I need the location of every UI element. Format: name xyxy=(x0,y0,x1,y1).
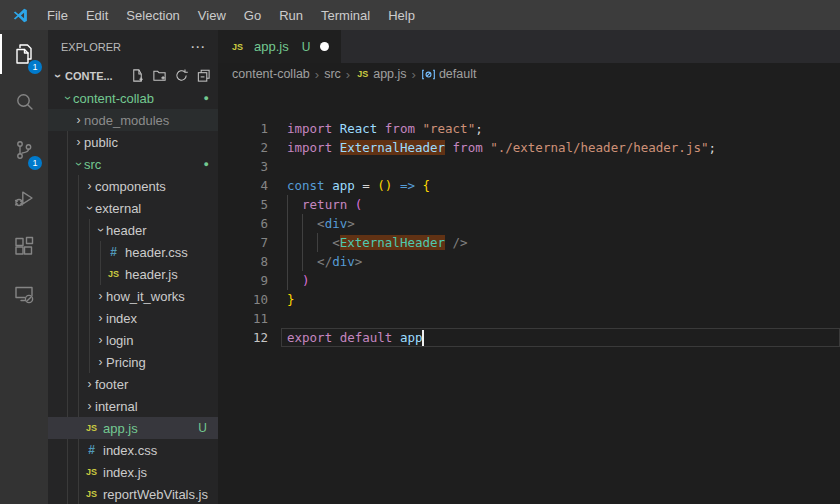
code-token: ; xyxy=(708,140,716,155)
extensions-icon xyxy=(12,234,36,258)
code-token: => xyxy=(400,178,423,193)
code-line-9[interactable]: 9 ) xyxy=(218,271,840,290)
code-token xyxy=(287,254,317,269)
line-number[interactable]: 4 xyxy=(218,176,268,195)
tree-item-index.js[interactable]: JSindex.js xyxy=(48,461,218,483)
code-token xyxy=(287,197,302,212)
tree-item-external[interactable]: ›external xyxy=(48,197,218,219)
line-number[interactable]: 8 xyxy=(218,252,268,271)
activity-explorer-button[interactable]: 1 xyxy=(0,30,48,78)
chevron-right-icon: › xyxy=(95,333,106,347)
code-line-8[interactable]: 8 </div> xyxy=(218,252,840,271)
tree-item-content-collab[interactable]: ›content-collab● xyxy=(48,87,218,109)
code-line-7[interactable]: 7 <ExternalHeader /> xyxy=(218,233,840,252)
code-line-1[interactable]: 1import React from "react"; xyxy=(218,119,840,138)
menu-item-terminal[interactable]: Terminal xyxy=(312,0,379,30)
activity-remote-explorer-button[interactable] xyxy=(0,270,48,318)
menu-item-go[interactable]: Go xyxy=(235,0,270,30)
tree-item-header.js[interactable]: JSheader.js xyxy=(48,263,218,285)
code-editor[interactable]: 1import React from "react";2import Exter… xyxy=(218,30,840,504)
tree-item-login[interactable]: ›login xyxy=(48,329,218,351)
chevron-down-icon: › xyxy=(51,70,65,81)
workspace-section-header[interactable]: › CONTE... xyxy=(48,64,218,87)
tree-item-label: header.css xyxy=(125,245,188,260)
code-token: () xyxy=(377,178,400,193)
code-token: "react" xyxy=(422,121,475,136)
tree-item-label: external xyxy=(95,201,141,216)
code-token: default xyxy=(340,330,400,345)
menu-item-file[interactable]: File xyxy=(38,0,77,30)
tree-item-components[interactable]: ›components xyxy=(48,175,218,197)
new-folder-button[interactable] xyxy=(152,68,167,83)
line-number[interactable]: 7 xyxy=(218,233,268,252)
code-token: { xyxy=(422,178,430,193)
code-line-2[interactable]: 2import ExternalHeader from "./external/… xyxy=(218,138,840,157)
code-line-10[interactable]: 10} xyxy=(218,290,840,309)
tree-item-how_it_works[interactable]: ›how_it_works xyxy=(48,285,218,307)
tree-item-label: reportWebVitals.js xyxy=(103,487,208,502)
menu-item-edit[interactable]: Edit xyxy=(77,0,117,30)
tree-item-node_modules[interactable]: ›node_modules xyxy=(48,109,218,131)
explorer-more-actions-button[interactable]: ⋯ xyxy=(190,38,206,56)
menu-item-selection[interactable]: Selection xyxy=(117,0,188,30)
chevron-right-icon: › xyxy=(84,399,95,413)
code-token: from xyxy=(385,121,423,136)
line-number[interactable]: 2 xyxy=(218,138,268,157)
code-line-11[interactable]: 11 xyxy=(218,309,840,328)
code-line-3[interactable]: 3 xyxy=(218,157,840,176)
tree-item-label: footer xyxy=(95,377,128,392)
tree-item-footer[interactable]: ›footer xyxy=(48,373,218,395)
code-token: app xyxy=(332,178,362,193)
collapse-all-button[interactable] xyxy=(196,68,211,83)
line-number[interactable]: 12 xyxy=(218,328,268,347)
refresh-button[interactable] xyxy=(174,68,189,83)
activity-extensions-button[interactable] xyxy=(0,222,48,270)
line-number[interactable]: 3 xyxy=(218,157,268,176)
tree-item-header[interactable]: ›header xyxy=(48,219,218,241)
chevron-right-icon: › xyxy=(73,135,84,149)
tree-item-app.js[interactable]: JSapp.jsU xyxy=(48,417,218,439)
code-line-5[interactable]: 5 return ( xyxy=(218,195,840,214)
git-status-badge: U xyxy=(198,421,207,435)
code-line-text: </div> xyxy=(287,252,362,271)
tree-item-index[interactable]: ›index xyxy=(48,307,218,329)
run-debug-icon xyxy=(12,186,36,210)
menu-item-help[interactable]: Help xyxy=(379,0,424,30)
line-number[interactable]: 6 xyxy=(218,214,268,233)
remote-explorer-icon xyxy=(12,282,36,306)
code-line-4[interactable]: 4const app = () => { xyxy=(218,176,840,195)
tree-item-label: internal xyxy=(95,399,138,414)
activity-bar: 1 1 xyxy=(0,30,48,504)
tree-item-Pricing[interactable]: ›Pricing xyxy=(48,351,218,373)
activity-run-debug-button[interactable] xyxy=(0,174,48,222)
line-number[interactable]: 9 xyxy=(218,271,268,290)
line-number[interactable]: 11 xyxy=(218,309,268,328)
line-number[interactable]: 10 xyxy=(218,290,268,309)
activity-source-control-button[interactable]: 1 xyxy=(0,126,48,174)
line-number[interactable]: 5 xyxy=(218,195,268,214)
code-line-6[interactable]: 6 <div> xyxy=(218,214,840,233)
tree-item-internal[interactable]: ›internal xyxy=(48,395,218,417)
editor-group: JS app.js U content-collab › src › JS ap… xyxy=(218,30,840,504)
tree-item-reportWebVitals.js[interactable]: JSreportWebVitals.js xyxy=(48,483,218,504)
activity-search-button[interactable] xyxy=(0,78,48,126)
tree-item-public[interactable]: ›public xyxy=(48,131,218,153)
code-token: ; xyxy=(475,121,483,136)
line-number[interactable]: 1 xyxy=(218,119,268,138)
code-token: export xyxy=(287,330,340,345)
tree-item-header.css[interactable]: #header.css xyxy=(48,241,218,263)
git-modified-dot: ● xyxy=(204,159,209,169)
chevron-down-icon: › xyxy=(83,203,97,214)
code-line-text: } xyxy=(287,290,295,309)
highlighted-token: ExternalHeader xyxy=(340,140,445,155)
code-line-12[interactable]: 12export default app xyxy=(218,328,840,347)
new-file-button[interactable] xyxy=(130,68,145,83)
code-line-text: import React from "react"; xyxy=(287,119,483,138)
tree-item-src[interactable]: ›src● xyxy=(48,153,218,175)
menu-item-view[interactable]: View xyxy=(189,0,235,30)
code-token xyxy=(445,140,453,155)
tree-item-index.css[interactable]: #index.css xyxy=(48,439,218,461)
vscode-window: FileEditSelectionViewGoRunTerminalHelp 1… xyxy=(0,0,840,504)
menu-item-run[interactable]: Run xyxy=(270,0,312,30)
code-token: from xyxy=(453,140,491,155)
